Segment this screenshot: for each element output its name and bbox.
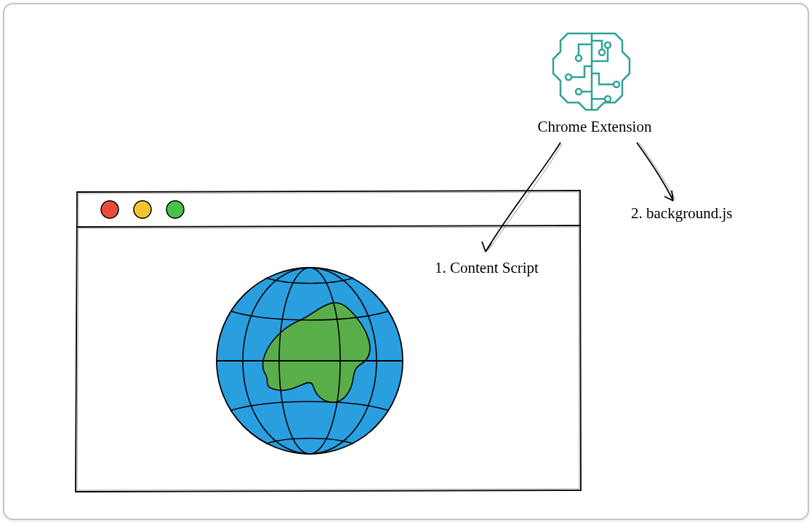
diagram-svg (4, 4, 812, 523)
background-js-label: 2. background.js (631, 204, 732, 223)
svg-point-1 (576, 55, 582, 61)
browser-window (76, 191, 581, 492)
svg-point-5 (605, 42, 611, 48)
window-dot-yellow-icon (134, 201, 151, 218)
brain-circuit-icon (553, 33, 630, 110)
svg-point-7 (605, 96, 611, 102)
chrome-extension-label: Chrome Extension (529, 118, 660, 136)
arrow-to-content-script (482, 143, 562, 252)
diagram-frame: Chrome Extension 1. Content Script 2. ba… (3, 3, 809, 520)
svg-point-6 (614, 81, 619, 87)
content-script-label: 1. Content Script (435, 259, 539, 277)
globe-icon (217, 268, 403, 454)
arrow-to-background (637, 143, 675, 201)
svg-point-3 (576, 89, 582, 95)
svg-point-2 (566, 74, 571, 80)
svg-point-4 (599, 49, 605, 55)
window-dot-red-icon (101, 201, 118, 218)
window-dot-green-icon (166, 201, 184, 218)
